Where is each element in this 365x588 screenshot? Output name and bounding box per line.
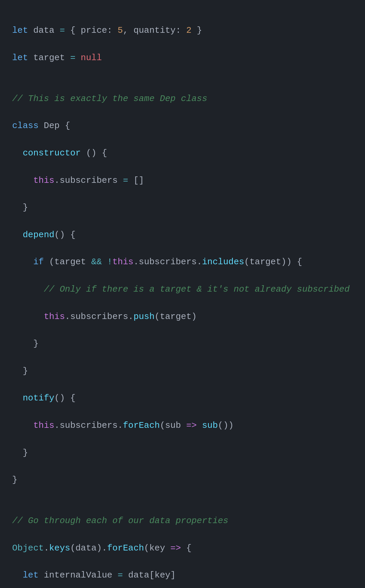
code-line-5: class Dep {: [12, 119, 353, 132]
code-line-10: if (target && !this.subscribers.includes…: [12, 255, 353, 269]
code-line-11: // Only if there is a target & it's not …: [12, 283, 353, 296]
code-line-17: }: [12, 446, 353, 460]
code-line-22: let internalValue = data[key]: [12, 568, 353, 582]
code-line-16: this.subscribers.forEach(sub => sub()): [12, 419, 353, 432]
code-line-2: let target = null: [12, 51, 353, 65]
code-line-18: }: [12, 473, 353, 487]
code-editor: let data = { price: 5, quantity: 2 } let…: [12, 10, 353, 588]
code-line-15: notify() {: [12, 391, 353, 405]
code-line-1: let data = { price: 5, quantity: 2 }: [12, 24, 353, 37]
code-line-20: // Go through each of our data propertie…: [12, 514, 353, 528]
code-line-12: this.subscribers.push(target): [12, 310, 353, 323]
code-line-14: }: [12, 364, 353, 378]
code-line-9: depend() {: [12, 228, 353, 242]
code-line-7: this.subscribers = []: [12, 174, 353, 187]
code-line-8: }: [12, 201, 353, 214]
code-line-21: Object.keys(data).forEach(key => {: [12, 541, 353, 555]
code-line-4: // This is exactly the same Dep class: [12, 92, 353, 105]
code-line-13: }: [12, 337, 353, 350]
code-line-6: constructor () {: [12, 146, 353, 160]
